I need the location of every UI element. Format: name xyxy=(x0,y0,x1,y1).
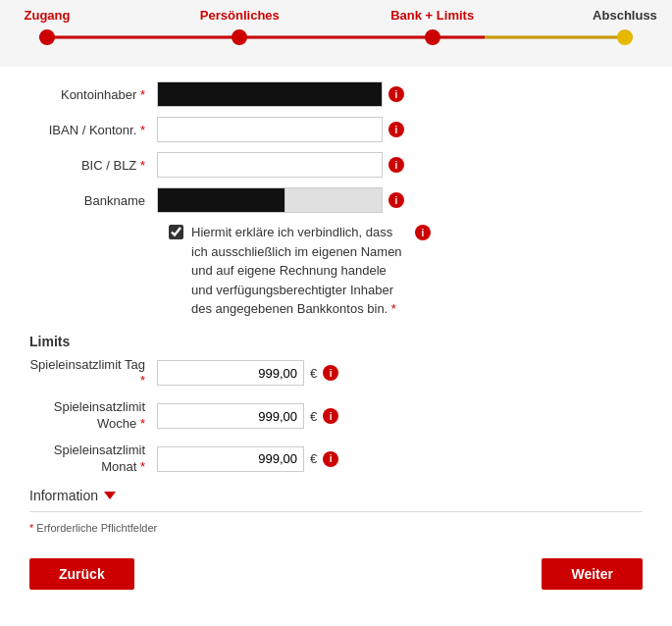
kontoinhaber-info-icon[interactable]: i xyxy=(388,86,404,102)
spieleinsatz-monat-info-icon[interactable]: i xyxy=(323,451,338,467)
bankname-row: Bankname i xyxy=(29,187,643,213)
main-content: Kontoinhaber * i IBAN / Kontonr. * i BIC… xyxy=(0,67,672,619)
bankname-dark-input[interactable] xyxy=(157,187,284,213)
step-abschluss-circle xyxy=(617,29,633,45)
spieleinsatz-tag-info-icon[interactable]: i xyxy=(323,365,338,381)
step-bank-limits-label: Bank + Limits xyxy=(390,8,474,23)
kontoinhaber-row: Kontoinhaber * i xyxy=(29,81,643,107)
step-bank-limits: Bank + Limits xyxy=(425,29,440,45)
information-label: Information xyxy=(29,488,98,503)
checkbox-info-icon[interactable]: i xyxy=(415,225,431,240)
divider xyxy=(29,511,643,512)
step-abschluss-label: Abschluss xyxy=(593,8,657,23)
step-bank-limits-circle xyxy=(425,29,440,45)
step-zugang-circle xyxy=(39,29,55,45)
kontoinhaber-label: Kontoinhaber * xyxy=(29,87,157,102)
required-note: * Erforderliche Pflichtfelder xyxy=(29,522,643,534)
iban-row: IBAN / Kontonr. * i xyxy=(29,117,643,142)
iban-input[interactable] xyxy=(157,117,383,142)
step-zugang-label: Zugang xyxy=(25,8,71,23)
spieleinsatz-monat-input[interactable] xyxy=(157,446,304,472)
bic-input[interactable] xyxy=(157,152,383,178)
bic-row: BIC / BLZ * i xyxy=(29,152,643,178)
spieleinsatz-tag-label: Spieleinsatzlimit Tag * xyxy=(29,357,157,391)
progress-line-gold xyxy=(485,36,633,39)
spieleinsatz-monat-label: Spieleinsatzlimit Monat * xyxy=(29,443,157,476)
iban-label: IBAN / Kontonr. * xyxy=(29,123,157,137)
next-button[interactable]: Weiter xyxy=(542,558,643,590)
progress-line-filled xyxy=(39,36,485,39)
own-account-checkbox[interactable] xyxy=(169,225,183,239)
spieleinsatz-woche-row: Spieleinsatzlimit Woche * € i xyxy=(29,399,643,433)
bankname-label: Bankname xyxy=(29,193,157,208)
button-row: Zurück Weiter xyxy=(29,548,643,604)
spieleinsatz-tag-input[interactable] xyxy=(157,360,304,386)
progress-bar: Zugang Persönliches Bank + Limits Abschl… xyxy=(0,0,672,67)
spieleinsatz-monat-row: Spieleinsatzlimit Monat * € i xyxy=(29,443,643,476)
spieleinsatz-woche-currency: € xyxy=(310,409,317,424)
step-zugang: Zugang xyxy=(39,29,55,45)
spieleinsatz-woche-label: Spieleinsatzlimit Woche * xyxy=(29,399,157,433)
spieleinsatz-tag-currency: € xyxy=(310,366,317,381)
step-persoenliches-label: Persönliches xyxy=(200,8,280,23)
limits-section-title: Limits xyxy=(29,334,643,349)
bankname-info-icon[interactable]: i xyxy=(388,192,404,208)
information-dropdown-icon xyxy=(104,492,116,499)
step-abschluss: Abschluss xyxy=(617,29,633,45)
iban-info-icon[interactable]: i xyxy=(388,122,404,137)
spieleinsatz-woche-input[interactable] xyxy=(157,403,304,429)
bankname-combined xyxy=(157,187,383,213)
step-persoenliches-circle xyxy=(232,29,247,45)
spieleinsatz-tag-row: Spieleinsatzlimit Tag * € i xyxy=(29,357,643,391)
bic-info-icon[interactable]: i xyxy=(388,157,404,173)
spieleinsatz-monat-currency: € xyxy=(310,451,317,466)
checkbox-row: Hiermit erkläre ich verbindlich, dass ic… xyxy=(29,223,643,319)
bankname-light-input xyxy=(284,187,383,213)
bic-label: BIC / BLZ * xyxy=(29,158,157,173)
information-section[interactable]: Information xyxy=(29,488,643,503)
step-persoenliches: Persönliches xyxy=(232,29,247,45)
checkbox-text: Hiermit erkläre ich verbindlich, dass ic… xyxy=(191,223,407,319)
back-button[interactable]: Zurück xyxy=(29,558,134,590)
kontoinhaber-input[interactable] xyxy=(157,81,383,107)
spieleinsatz-woche-info-icon[interactable]: i xyxy=(323,408,338,424)
